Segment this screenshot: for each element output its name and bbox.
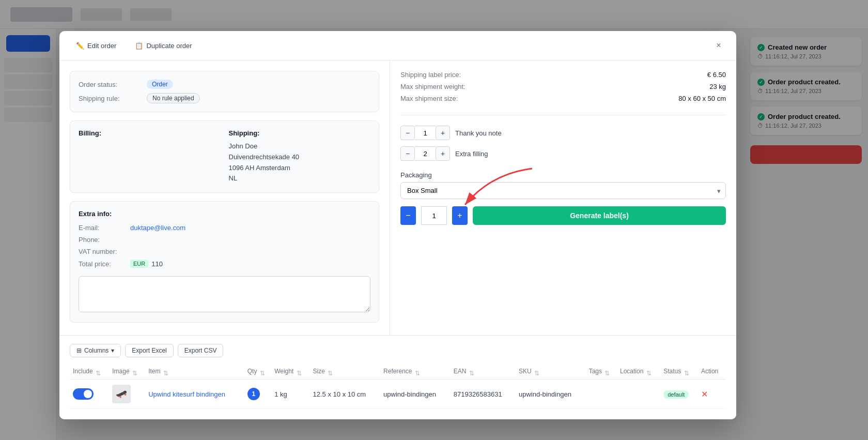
option-1-minus-btn[interactable]: − [400,126,415,140]
generate-labels-button[interactable]: Generate label(s) [473,206,726,225]
phone-label: Phone: [79,236,130,244]
cell-tags [586,380,617,409]
generate-qty: 1 [421,206,447,225]
phone-row: Phone: [79,236,370,244]
max-weight-value: 23 kg [709,83,726,90]
sort-status-icon: ⇅ [684,370,688,374]
product-link[interactable]: Upwind kitesurf bindingen [148,390,225,398]
col-image: Image ⇅ [109,363,145,380]
sort-image-icon: ⇅ [132,370,136,374]
max-size-row: Max shipment size: 80 x 60 x 50 cm [400,95,726,102]
export-csv-button[interactable]: Export CSV [178,344,224,357]
option-1-plus-btn[interactable]: + [436,126,450,140]
col-tags: Tags ⇅ [586,363,617,380]
sort-item-icon: ⇅ [163,370,167,374]
modal-scroll-body: Order status: Order Shipping rule: No ru… [59,60,736,419]
shipping-col: Shipping: John Doe Duivendrechtsekade 40… [229,129,371,184]
table-toolbar-area: ⊞ Columns ▾ Export Excel Export CSV Incl… [59,336,736,419]
col-qty: Qty ⇅ [244,363,271,380]
generate-minus-btn[interactable]: − [400,206,416,225]
option-2-plus-btn[interactable]: + [436,146,450,161]
duplicate-order-tab[interactable]: 📋 Duplicate order [129,39,198,53]
cell-include [70,380,109,409]
option-2-qty: 2 [415,146,436,161]
edit-order-tab[interactable]: ✏️ Edit order [70,39,122,53]
sort-location-icon: ⇅ [646,370,650,374]
shipping-rule-label: Shipping rule: [79,95,141,102]
max-weight-label: Max shipment weight: [400,83,466,90]
vat-label: VAT number: [79,248,130,255]
options-section: − 1 + Thank you note − 2 + Extra filling [400,126,726,161]
sort-include-icon: ⇅ [96,370,100,374]
generate-plus-btn[interactable]: + [452,206,468,225]
max-weight-row: Max shipment weight: 23 kg [400,83,726,90]
option-2-label: Extra filling [455,150,488,158]
order-status-badge: Order [147,80,173,89]
cell-weight: 1 kg [271,380,309,409]
cell-reference: upwind-bindingen [380,380,451,409]
modal-close-button[interactable]: × [711,38,726,53]
option-1-qty: 1 [415,126,436,140]
col-status: Status ⇅ [660,363,698,380]
col-weight: Weight ⇅ [271,363,309,380]
option-2-minus-btn[interactable]: − [400,146,415,161]
right-panel: Shipping label price: € 6.50 Max shipmen… [390,60,736,335]
cell-item: Upwind kitesurf bindingen [145,380,244,409]
col-include: Include ⇅ [70,363,109,380]
billing-shipping-section: Billing: Shipping: John Doe Duivendrecht… [70,120,379,193]
email-row: E-mail: duktape@live.com [79,224,370,232]
currency-badge: EUR [130,260,148,268]
shipping-details: Shipping label price: € 6.50 Max shipmen… [400,71,726,115]
shipping-street: Duivendrechtsekade 40 [229,152,371,163]
columns-button[interactable]: ⊞ Columns ▾ [70,344,121,357]
packaging-select[interactable]: Box Small Box Medium Box Large Envelope [400,182,726,199]
notes-textarea[interactable] [79,276,370,312]
label-price-value: € 6.50 [707,71,726,79]
col-reference: Reference ⇅ [380,363,451,380]
shipping-city: 1096 AH Amsterdam [229,163,371,174]
email-label: E-mail: [79,224,130,232]
duplicate-icon: 📋 [135,42,143,50]
label-price-row: Shipping label price: € 6.50 [400,71,726,79]
option-1-label: Thank you note [455,129,502,137]
qty-badge: 1 [247,388,260,400]
col-size: Size ⇅ [310,363,381,380]
total-row: Total price: EUR 110 [79,260,370,268]
order-status-row: Order status: Order [79,80,370,89]
modal-header: ✏️ Edit order 📋 Duplicate order × [59,31,736,60]
shipping-rule-row: Shipping rule: No rule applied [79,93,370,103]
col-ean: EAN ⇅ [451,363,516,380]
cell-image: 🛹 [109,380,145,409]
cell-status: default [660,380,698,409]
cell-location [617,380,660,409]
col-action: Action [698,363,726,380]
edit-order-modal: ✏️ Edit order 📋 Duplicate order × Order … [59,31,736,419]
cell-sku: upwind-bindingen [516,380,586,409]
sort-ean-icon: ⇅ [469,370,473,374]
packaging-label: Packaging [400,171,726,179]
export-excel-button[interactable]: Export Excel [125,344,173,357]
shipping-address-title: Shipping: [229,129,371,137]
delete-button[interactable]: ✕ [701,390,708,399]
billing-title: Billing: [79,129,221,137]
packaging-select-wrapper: Box Small Box Medium Box Large Envelope … [400,182,726,199]
table-section: ⊞ Columns ▾ Export Excel Export CSV Incl… [59,335,736,419]
order-status-section: Order status: Order Shipping rule: No ru… [70,71,379,112]
include-toggle[interactable] [73,388,94,400]
col-location: Location ⇅ [617,363,660,380]
packaging-section: Packaging Box Small Box Medium Box Large… [400,171,726,225]
columns-chevron-icon: ▾ [111,347,114,354]
total-value: 110 [151,260,163,268]
option-1-row: − 1 + Thank you note [400,126,726,140]
email-value[interactable]: duktape@live.com [130,224,185,232]
shipping-rule-badge: No rule applied [147,93,200,103]
left-panel: Order status: Order Shipping rule: No ru… [59,60,390,335]
cell-ean: 8719326583631 [451,380,516,409]
option-2-row: − 2 + Extra filling [400,146,726,161]
generate-row: − 1 + Generate label(s) [400,206,726,225]
table-toolbar: ⊞ Columns ▾ Export Excel Export CSV [70,344,726,357]
col-item: Item ⇅ [145,363,244,380]
extra-info-section: Extra info: E-mail: duktape@live.com Pho… [70,201,379,323]
sort-tags-icon: ⇅ [605,370,609,374]
table-row: 🛹 Upwind kitesurf bindingen 1 1 kg 12.5 … [70,380,726,409]
